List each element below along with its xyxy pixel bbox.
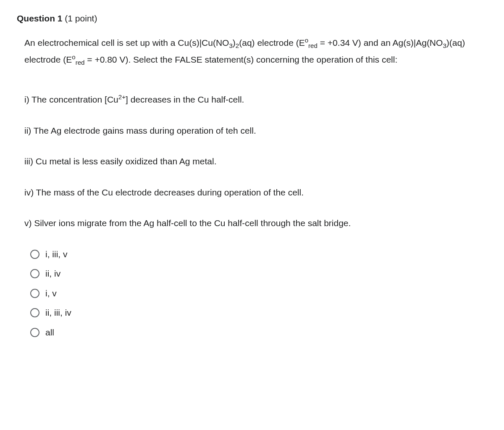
statement-text: ] decreases in the Cu half-cell. — [126, 95, 244, 104]
prompt-sub: 3 — [229, 42, 232, 49]
prompt-sub: 3 — [443, 42, 446, 49]
question-header: Question 1 (1 point) — [17, 12, 487, 25]
prompt-sup: o — [72, 53, 75, 61]
radio-button[interactable] — [30, 289, 39, 298]
statement-ii: ii) The Ag electrode gains mass during o… — [24, 124, 487, 137]
statement-text: i) The concentration [Cu — [24, 95, 118, 104]
option-row[interactable]: all — [30, 326, 487, 339]
question-body: An electrochemical cell is set up with a… — [17, 34, 487, 339]
radio-button[interactable] — [30, 250, 39, 259]
prompt-text: An electrochemical cell is set up with a… — [24, 38, 229, 47]
option-label: i, iii, v — [45, 248, 68, 261]
radio-button[interactable] — [30, 328, 39, 337]
option-label: ii, iii, iv — [45, 306, 71, 319]
radio-button[interactable] — [30, 308, 39, 317]
option-row[interactable]: ii, iii, iv — [30, 306, 487, 319]
option-row[interactable]: i, v — [30, 287, 487, 300]
radio-button[interactable] — [30, 269, 39, 278]
prompt-text: ) — [233, 38, 236, 47]
option-label: i, v — [45, 287, 57, 300]
statement-iv: iv) The mass of the Cu electrode decreas… — [24, 186, 487, 199]
statement-list: i) The concentration [Cu2+] decreases in… — [24, 93, 487, 230]
prompt-sub: red — [76, 59, 85, 66]
question-points: (1 point) — [63, 13, 97, 23]
answer-options: i, iii, v ii, iv i, v ii, iii, iv all — [24, 248, 487, 339]
statement-v: v) Silver ions migrate from the Ag half-… — [24, 216, 487, 230]
option-row[interactable]: ii, iv — [30, 267, 487, 280]
prompt-text: (aq) electrode (E — [239, 38, 304, 47]
question-prompt: An electrochemical cell is set up with a… — [24, 34, 487, 69]
statement-iii: iii) Cu metal is less easily oxidized th… — [24, 155, 487, 168]
prompt-text: = +0.80 V). Select the FALSE statement(s… — [84, 55, 397, 64]
prompt-sub: 2 — [236, 42, 239, 49]
statement-i: i) The concentration [Cu2+] decreases in… — [24, 93, 487, 106]
question-number: Question 1 — [17, 13, 63, 23]
option-label: all — [45, 326, 54, 339]
prompt-text: = +0.34 V) and an Ag(s)|Ag(NO — [318, 38, 443, 47]
prompt-sub: red — [308, 42, 318, 49]
statement-sup: 2+ — [118, 93, 126, 100]
option-row[interactable]: i, iii, v — [30, 248, 487, 261]
option-label: ii, iv — [45, 267, 60, 280]
prompt-sup: o — [305, 37, 308, 44]
